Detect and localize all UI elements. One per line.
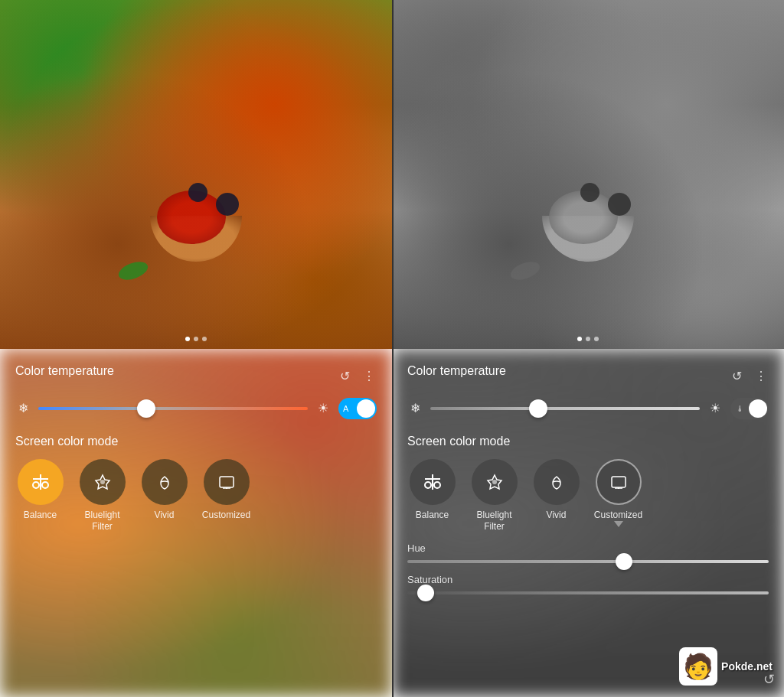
left-toggle-icon: A	[343, 404, 348, 413]
bluelight-icon	[93, 472, 113, 492]
right-hue-label: Hue	[407, 542, 769, 554]
left-color-temp-title: Color temperature	[15, 364, 114, 378]
left-more-icon[interactable]: ⋮	[361, 369, 377, 384]
right-refresh-icon[interactable]: ↺	[729, 369, 744, 384]
svg-point-3	[42, 482, 48, 488]
right-temp-thumb[interactable]	[529, 399, 547, 418]
right-mode-customized[interactable]: Customized	[593, 459, 643, 522]
watermark-text-label: Pokde.net	[721, 660, 773, 673]
svg-point-11	[434, 482, 440, 488]
left-color-mode-items: Balance BluelightFilter	[15, 459, 377, 533]
left-auto-toggle[interactable]: A	[338, 398, 377, 419]
left-customized-circle	[204, 459, 250, 505]
right-toggle-knob	[749, 399, 767, 418]
right-more-icon[interactable]: ⋮	[753, 369, 769, 384]
right-toggle-icon: 🌡	[736, 404, 744, 413]
right-bluelight-circle	[472, 459, 518, 505]
right-panel-content: Color temperature ↺ ⋮ ❄ ☀ 🌡	[392, 349, 784, 620]
left-toggle-knob	[357, 399, 375, 418]
watermark: 🧑 Pokde.net	[679, 647, 773, 686]
right-screen-color-title: Screen color mode	[407, 435, 769, 448]
right-vivid-icon	[547, 472, 567, 492]
main-container: Color temperature ↺ ⋮ ❄ ☀ A	[0, 0, 784, 697]
right-hue-section: Hue Saturation	[407, 542, 769, 594]
left-screen-color-title: Screen color mode	[15, 435, 377, 448]
left-balance-circle	[18, 459, 64, 505]
right-customized-label: Customized	[594, 510, 642, 522]
dot-2	[194, 337, 198, 341]
right-balance-circle	[410, 459, 456, 505]
left-customized-label: Customized	[202, 510, 250, 522]
left-bluelight-label: BluelightFilter	[84, 510, 119, 533]
left-panel-content: Color temperature ↺ ⋮ ❄ ☀ A	[0, 349, 392, 549]
right-toggle-container: 🌡	[730, 398, 769, 419]
left-mode-balance[interactable]: Balance	[15, 459, 65, 522]
vivid-icon	[155, 472, 175, 492]
colorful-berry-scene	[0, 0, 392, 349]
left-mode-customized[interactable]: Customized	[201, 459, 251, 522]
right-warm-icon: ☀	[707, 401, 723, 415]
grayscale-berry-scene	[392, 0, 784, 349]
right-balance-icon	[422, 471, 443, 493]
left-temp-thumb[interactable]	[137, 399, 155, 418]
right-screen-color-section: Screen color mode Balance	[407, 435, 769, 533]
svg-point-12	[492, 480, 497, 484]
left-header-icons: ↺ ⋮	[337, 369, 377, 384]
left-temp-slider-container: ❄ ☀ A	[15, 398, 377, 419]
bottom-right-panel: Color temperature ↺ ⋮ ❄ ☀ 🌡	[392, 349, 784, 698]
top-right-dots	[577, 337, 599, 341]
right-saturation-label: Saturation	[407, 574, 769, 585]
right-mode-balance[interactable]: Balance	[407, 459, 457, 522]
vertical-divider	[392, 0, 394, 697]
svg-point-2	[33, 482, 39, 488]
right-color-temp-header: Color temperature ↺ ⋮	[407, 364, 769, 389]
left-temp-track[interactable]	[38, 407, 308, 410]
right-header-icons: ↺ ⋮	[729, 369, 769, 384]
right-bluelight-label: BluelightFilter	[476, 510, 511, 533]
customized-icon	[217, 472, 237, 492]
bottom-left-panel: Color temperature ↺ ⋮ ❄ ☀ A	[0, 349, 392, 698]
dot-1	[185, 337, 190, 341]
right-auto-toggle[interactable]: 🌡	[730, 398, 769, 419]
left-refresh-icon[interactable]: ↺	[337, 369, 352, 384]
svg-rect-5	[220, 477, 234, 487]
dot-2	[586, 337, 590, 341]
svg-point-10	[425, 482, 431, 488]
left-balance-label: Balance	[24, 510, 57, 522]
left-mode-vivid[interactable]: Vivid	[139, 459, 189, 522]
right-mode-vivid[interactable]: Vivid	[531, 459, 581, 522]
left-color-temp-header: Color temperature ↺ ⋮	[15, 364, 377, 389]
left-bluelight-circle	[80, 459, 126, 505]
right-customized-icon	[609, 472, 629, 492]
right-customized-circle	[596, 459, 642, 505]
right-hue-thumb[interactable]	[616, 553, 632, 570]
dot-3	[202, 337, 207, 341]
dot-3	[594, 337, 599, 341]
right-color-mode-items: Balance BluelightFilter	[407, 459, 769, 533]
left-toggle-container: A	[338, 398, 377, 419]
right-saturation-thumb[interactable]	[417, 585, 434, 601]
balance-icon	[30, 471, 51, 493]
watermark-logo: 🧑	[679, 647, 717, 686]
right-mode-bluelight[interactable]: BluelightFilter	[469, 459, 519, 533]
right-temp-track[interactable]	[430, 407, 700, 410]
right-temp-slider-container: ❄ ☀ 🌡	[407, 398, 769, 419]
right-vivid-circle	[534, 459, 580, 505]
top-left-image	[0, 0, 392, 349]
right-cold-icon: ❄	[407, 401, 423, 415]
right-vivid-label: Vivid	[547, 510, 567, 522]
dot-1	[577, 337, 582, 341]
right-saturation-track[interactable]	[407, 591, 769, 594]
watermark-figure: 🧑	[683, 652, 714, 681]
right-bluelight-icon	[485, 472, 505, 492]
left-screen-color-section: Screen color mode Balance	[15, 435, 377, 533]
right-hue-track[interactable]	[407, 560, 769, 563]
left-cold-icon: ❄	[15, 401, 31, 415]
right-color-temp-title: Color temperature	[407, 364, 506, 378]
top-right-image	[392, 0, 784, 349]
left-mode-bluelight[interactable]: BluelightFilter	[77, 459, 127, 533]
svg-point-4	[100, 480, 105, 484]
left-vivid-label: Vivid	[155, 510, 175, 522]
right-balance-label: Balance	[416, 510, 449, 522]
left-vivid-circle	[142, 459, 188, 505]
